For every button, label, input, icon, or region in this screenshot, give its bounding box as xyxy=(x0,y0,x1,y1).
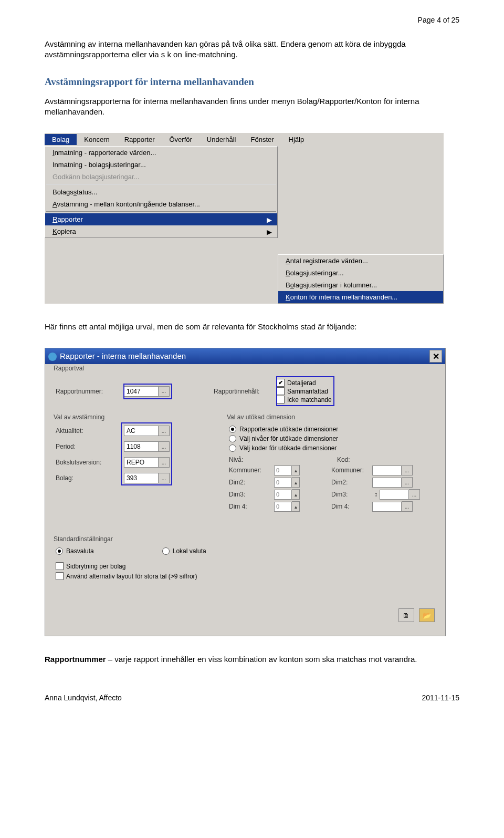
label-bolag: Bolag: xyxy=(56,474,124,482)
label-dim2: Dim2: xyxy=(229,479,274,486)
footer-author: Anna Lundqvist, Affecto xyxy=(45,694,122,702)
label-period: Period: xyxy=(56,443,124,450)
dropdown-menu: Inmatning - rapporterade värden... Inmat… xyxy=(45,146,278,238)
menu-screenshot: Bolag Koncern Rapporter Överför Underhål… xyxy=(45,133,444,304)
footer-date: 2011-11-15 xyxy=(422,694,459,702)
label-r1: Rapporterade utökade dimensioner xyxy=(239,426,338,433)
open-button[interactable]: 📂 xyxy=(419,608,435,622)
menu-fonster[interactable]: Fönster xyxy=(243,134,281,145)
paragraph-3: Här finns ett antal möjliga urval, men d… xyxy=(45,322,459,332)
input-kod-dim2 xyxy=(372,478,402,488)
close-button[interactable]: ✕ xyxy=(429,350,442,363)
menubar: Bolag Koncern Rapporter Överför Underhål… xyxy=(45,133,444,146)
input-niva-dim4: 0 xyxy=(274,502,292,512)
label-aktualitet: Aktualitet: xyxy=(56,427,124,434)
group-label: Rapportval xyxy=(52,365,86,372)
input-rapportnummer[interactable]: 1047 xyxy=(124,386,159,397)
menu-rapporter[interactable]: Rapporter xyxy=(117,134,162,145)
checkbox-sidbrytning[interactable] xyxy=(56,562,64,570)
menu-bolag[interactable]: Bolag xyxy=(45,134,77,145)
label-r2: Välj nivåer för utökade dimensioner xyxy=(239,435,338,442)
checkbox-altlayout[interactable] xyxy=(56,572,64,580)
term-rapportnummer: Rapportnummer xyxy=(45,655,106,664)
label-icke-matchande: Icke matchande xyxy=(287,396,332,404)
spinner: ▴ xyxy=(292,465,300,475)
cursor-icon: ↕ xyxy=(372,491,380,498)
label-kod-kommuner: Kommuner: xyxy=(331,467,372,474)
label-rapportinnehall: Rapportinnehåll: xyxy=(214,388,277,395)
label-niva: Nivå: xyxy=(229,456,274,463)
label-kod-dim3: Dim3: xyxy=(331,491,372,498)
lookup-button: ... xyxy=(402,465,413,475)
spinner: ▴ xyxy=(292,489,300,500)
submenu-bolagsjusteringar[interactable]: Bolagsjusteringar... xyxy=(278,267,443,279)
menu-item-rapporter[interactable]: Rapporter▶ xyxy=(45,213,277,225)
paragraph-4: Rapportnummer – varje rapport innehåller… xyxy=(45,654,459,665)
lookup-button: ... xyxy=(402,477,413,488)
label-dim4: Dim 4: xyxy=(229,503,274,510)
submenu-arrow-icon: ▶ xyxy=(267,227,272,235)
label-lokalvaluta: Lokal valuta xyxy=(173,547,206,555)
submenu: Antal registrerade värden... Bolagsjuste… xyxy=(278,254,444,304)
input-niva-dim2: 0 xyxy=(274,478,292,488)
menu-item-avstamning[interactable]: Avstämning - mellan konton/ingående bala… xyxy=(45,198,277,210)
spinner: ▴ xyxy=(292,477,300,488)
lookup-button[interactable]: ... xyxy=(159,386,170,397)
label-bokslutsversion: Bokslutsversion: xyxy=(56,459,124,466)
radio-rapporterade[interactable] xyxy=(229,426,236,433)
input-niva-dim3: 0 xyxy=(274,490,292,500)
document-search-icon: 🗎 xyxy=(403,612,410,619)
label-detaljerad: Detaljerad xyxy=(287,379,316,387)
submenu-antal-registrerade[interactable]: Antal registrerade värden... xyxy=(278,255,443,267)
checkbox-sammanfattad[interactable] xyxy=(277,387,285,395)
group-rapportval: Rapportval Rapportnummer: 1047 ... Rappo… xyxy=(50,368,440,413)
input-kod-dim3 xyxy=(380,490,409,500)
app-icon xyxy=(48,353,57,361)
label-r3: Välj koder för utökade dimensioner xyxy=(239,444,337,452)
lookup-button: ... xyxy=(409,489,420,500)
paragraph-2: Avstämningsrapporterna för interna mella… xyxy=(45,96,459,118)
radio-lokalvaluta[interactable] xyxy=(162,547,170,555)
spinner: ▴ xyxy=(292,501,300,512)
group-standardinstallningar: Standardinställningar Basvaluta Lokal va… xyxy=(50,539,440,632)
label-sammanfattad: Sammanfattad xyxy=(287,388,328,395)
menu-item-godkann: Godkänn bolagsjusteringar... xyxy=(45,171,277,183)
submenu-arrow-icon: ▶ xyxy=(267,215,272,223)
menu-overfor[interactable]: Överför xyxy=(162,134,199,145)
label-dim3: Dim3: xyxy=(229,491,274,498)
menu-underhall[interactable]: Underhåll xyxy=(200,134,244,145)
group-label: Val av utökad dimension xyxy=(225,413,297,421)
label-rapportnummer: Rapportnummer: xyxy=(56,388,124,395)
menu-hjalp[interactable]: Hjälp xyxy=(281,134,312,145)
group-label: Standardinställningar xyxy=(52,535,114,543)
radio-basvaluta[interactable] xyxy=(56,547,63,555)
label-kommuner: Kommuner: xyxy=(229,467,274,474)
folder-open-icon: 📂 xyxy=(423,612,431,619)
label-sidbrytning: Sidbrytning per bolag xyxy=(66,563,125,570)
radio-valj-koder[interactable] xyxy=(229,444,236,452)
submenu-konton-interna[interactable]: Konton för interna mellanhavanden... xyxy=(278,291,443,303)
preview-button[interactable]: 🗎 xyxy=(398,608,414,622)
label-kod: Kod: xyxy=(337,456,378,463)
menu-item-bolagsstatus[interactable]: Bolagsstatus... xyxy=(45,186,277,198)
menu-item-inmatning-rapporterade[interactable]: Inmatning - rapporterade värden... xyxy=(45,147,277,159)
label-basvaluta: Basvaluta xyxy=(66,547,94,555)
input-niva-kommuner: 0 xyxy=(274,465,292,475)
input-kod-kommuner xyxy=(372,465,402,475)
checkbox-detaljerad[interactable]: ✔ xyxy=(277,379,285,387)
label-kod-dim4: Dim 4: xyxy=(331,503,372,510)
submenu-bolagsjusteringar-kolumner[interactable]: Bolagsjusteringar i kolumner... xyxy=(278,279,443,291)
menu-item-kopiera[interactable]: Kopiera▶ xyxy=(45,225,277,237)
checkbox-icke-matchande[interactable] xyxy=(277,396,285,404)
dialog-title: Rapporter - interna mellanhavanden xyxy=(60,351,186,360)
menu-item-inmatning-bolagsjusteringar[interactable]: Inmatning - bolagsjusteringar... xyxy=(45,159,277,171)
group-val-utokad-dimension: Val av utökad dimension Rapporterade utö… xyxy=(224,417,443,531)
radio-valj-nivaer[interactable] xyxy=(229,435,236,442)
intro-paragraph: Avstämning av interna mellanhavanden kan… xyxy=(45,39,459,60)
label-altlayout: Använd alternativ layout för stora tal (… xyxy=(66,573,197,580)
menu-koncern[interactable]: Koncern xyxy=(77,134,117,145)
input-kod-dim4 xyxy=(372,502,402,512)
lookup-button: ... xyxy=(402,501,413,512)
page-number: Page 4 of 25 xyxy=(45,16,459,24)
dialog-titlebar: Rapporter - interna mellanhavanden ✕ xyxy=(45,348,445,364)
